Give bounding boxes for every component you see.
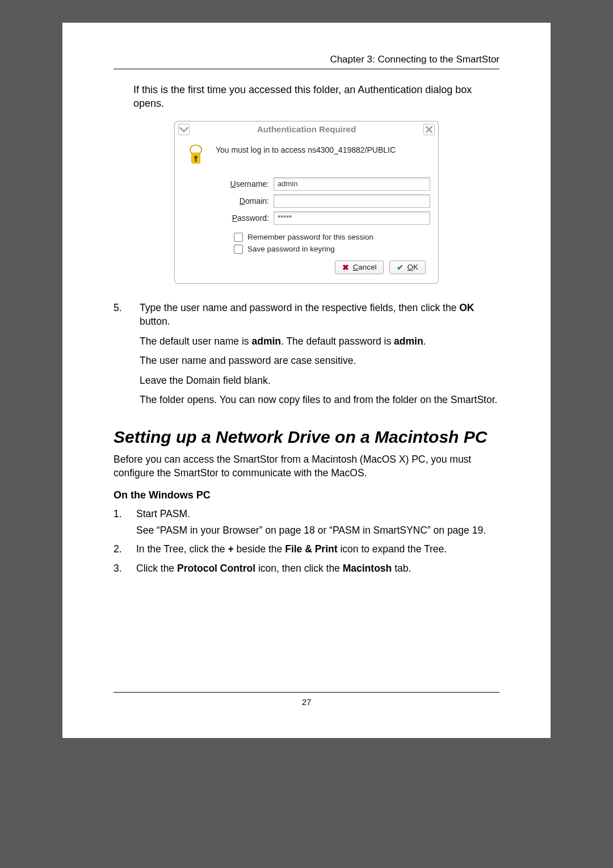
svg-rect-3 (195, 158, 197, 161)
ok-button[interactable]: ✔ OK (389, 261, 426, 274)
domain-row: Domain: (217, 194, 430, 208)
step-2: In the Tree, click the + beside the File… (114, 542, 499, 556)
password-row: Password: (217, 211, 430, 225)
step-5: 5. Type the user name and password in th… (114, 301, 499, 413)
checkbox-icon (234, 245, 243, 254)
authentication-key-icon (183, 142, 209, 168)
dialog-message: You must log in to access ns4300_419882/… (216, 142, 430, 154)
auth-dialog: Authentication Required You must log in … (174, 121, 439, 284)
step-1: Start PASM. See “PASM in your Browser” o… (114, 507, 499, 538)
subheading-windows-pc: On the Windows PC (114, 489, 499, 501)
intro-paragraph: If this is the first time you accessed t… (133, 83, 499, 111)
username-input[interactable] (274, 177, 430, 191)
steps-list: Start PASM. See “PASM in your Browser” o… (114, 507, 499, 576)
dialog-title-text: Authentication Required (190, 124, 423, 134)
step-number: 5. (114, 301, 126, 413)
step5-line3: The user name and password are case sens… (140, 354, 499, 368)
dialog-body: You must log in to access ns4300_419882/… (176, 136, 437, 282)
save-keyring-checkbox[interactable]: Save password in keyring (234, 245, 430, 254)
domain-input[interactable] (274, 194, 430, 208)
remember-label: Remember password for this session (247, 233, 373, 241)
checkbox-icon (234, 233, 243, 242)
close-icon[interactable] (423, 124, 435, 135)
step5-line5: The folder opens. You can now copy files… (140, 393, 499, 407)
dialog-titlebar: Authentication Required (176, 123, 437, 136)
domain-label: Domain: (217, 196, 269, 206)
password-input[interactable] (274, 211, 430, 225)
cancel-button[interactable]: ✖ Cancel (335, 261, 384, 274)
step5-line2: The default user name is admin. The defa… (140, 334, 499, 349)
section-intro: Before you can access the SmartStor from… (114, 452, 499, 480)
keyring-label: Save password in keyring (247, 245, 335, 253)
page-footer: 27 (114, 692, 499, 707)
page-number: 27 (302, 697, 312, 707)
password-label: Password: (217, 213, 269, 223)
step-3: Click the Protocol Control icon, then cl… (114, 561, 499, 576)
remember-password-checkbox[interactable]: Remember password for this session (234, 233, 430, 242)
username-row: Username: (217, 177, 430, 191)
step-1-note: See “PASM in your Browser” on page 18 or… (136, 523, 499, 538)
page: Chapter 3: Connecting to the SmartStor I… (62, 23, 551, 738)
step5-line1: Type the user name and password in the r… (140, 301, 499, 329)
section-heading-macintosh: Setting up a Network Drive on a Macintos… (114, 427, 499, 447)
ok-check-icon: ✔ (397, 263, 404, 272)
step5-line4: Leave the Domain field blank. (140, 374, 499, 388)
cancel-x-icon: ✖ (342, 263, 349, 272)
dropdown-icon[interactable] (178, 124, 190, 135)
username-label: Username: (217, 179, 269, 188)
running-header: Chapter 3: Connecting to the SmartStor (114, 54, 499, 69)
